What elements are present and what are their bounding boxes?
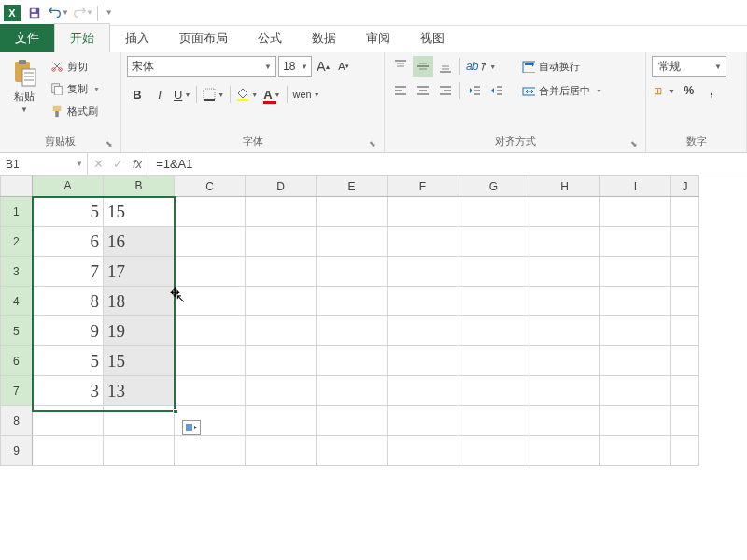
tab-insert[interactable]: 插入 [110,24,164,52]
cell[interactable] [671,346,699,376]
cell[interactable] [388,406,458,436]
italic-button[interactable]: I [149,84,170,105]
cell[interactable] [671,227,699,257]
col-header-F[interactable]: F [388,176,458,197]
border-button[interactable]: ▼ [201,84,226,105]
cell[interactable] [246,346,317,376]
cell[interactable] [671,436,699,466]
fill-color-button[interactable]: ▼ [234,84,260,105]
cell-B2[interactable]: 16 [104,227,175,257]
percent-button[interactable]: % [679,80,699,101]
autofill-options-button[interactable] [182,420,201,435]
row-header-5[interactable]: 5 [1,316,33,346]
align-launcher[interactable]: ⬊ [630,139,638,148]
tab-data[interactable]: 数据 [297,24,351,52]
cell-B6[interactable]: 15 [104,346,175,376]
cell[interactable] [317,257,388,287]
fill-handle[interactable] [173,409,178,414]
cell[interactable] [600,316,671,346]
cell[interactable] [246,287,317,316]
cell[interactable] [458,316,529,346]
cell[interactable] [671,197,699,227]
cell[interactable] [600,406,671,436]
cell[interactable] [175,197,246,227]
decrease-font-button[interactable]: A▾ [334,56,353,77]
cell[interactable] [317,376,388,406]
font-name-select[interactable]: 宋体▼ [127,56,276,77]
cell[interactable] [529,316,600,346]
row-header-7[interactable]: 7 [1,376,33,406]
clipboard-launcher[interactable]: ⬊ [106,139,113,148]
align-center-button[interactable] [413,80,433,101]
number-format-select[interactable]: 常规▼ [652,56,726,77]
qat-customize[interactable]: ▼ [102,8,117,17]
cell-B7[interactable]: 13 [104,376,175,406]
cell[interactable] [246,197,317,227]
cell[interactable] [33,436,104,466]
cell[interactable] [175,287,246,316]
tab-formulas[interactable]: 公式 [243,24,297,52]
cell[interactable] [388,376,458,406]
cancel-formula-button[interactable]: ✕ [93,157,104,171]
cell-A3[interactable]: 7 [33,257,104,287]
cell[interactable] [246,227,317,257]
comma-button[interactable]: , [701,80,722,101]
cell[interactable] [388,287,458,316]
cell[interactable] [317,316,388,346]
col-header-I[interactable]: I [600,176,671,197]
row-header-3[interactable]: 3 [1,257,33,287]
cell[interactable] [246,376,317,406]
name-box[interactable]: B1▼ [0,153,88,175]
cell[interactable] [458,227,529,257]
cell[interactable] [104,436,175,466]
cell-B5[interactable]: 19 [104,316,175,346]
formula-input[interactable]: =1&A1 [148,153,747,175]
col-header-B[interactable]: B [104,176,175,197]
cell[interactable] [529,346,600,376]
cell[interactable] [529,257,600,287]
tab-home[interactable]: 开始 [54,23,110,52]
row-header-2[interactable]: 2 [1,227,33,257]
cell-B4[interactable]: 18 [104,287,175,316]
save-button[interactable] [24,3,45,23]
align-middle-button[interactable] [413,56,433,77]
cell[interactable] [458,197,529,227]
increase-indent-button[interactable] [486,80,507,101]
cell[interactable] [458,406,529,436]
cell[interactable] [388,316,458,346]
enter-formula-button[interactable]: ✓ [113,157,123,171]
row-header-4[interactable]: 4 [1,287,33,316]
col-header-E[interactable]: E [317,176,388,197]
col-header-C[interactable]: C [175,176,246,197]
cell[interactable] [246,436,317,466]
align-bottom-button[interactable] [435,56,456,77]
format-painter-button[interactable]: 格式刷 [47,101,104,121]
cell[interactable] [246,316,317,346]
cell[interactable] [175,316,246,346]
cell[interactable] [175,227,246,257]
phonetic-button[interactable]: wén▼ [291,84,322,105]
fx-button[interactable]: fx [133,157,142,171]
cell-A2[interactable]: 6 [33,227,104,257]
cell[interactable] [529,197,600,227]
cell[interactable] [388,197,458,227]
cell[interactable] [600,436,671,466]
cell[interactable] [529,436,600,466]
cell[interactable] [671,257,699,287]
cell[interactable] [458,287,529,316]
cell[interactable] [317,346,388,376]
tab-review[interactable]: 审阅 [351,24,405,52]
copy-button[interactable]: 复制▼ [47,78,104,99]
font-launcher[interactable]: ⬊ [369,139,376,148]
cell[interactable] [388,436,458,466]
cell[interactable] [671,376,699,406]
orientation-button[interactable]: ab↗▼ [464,56,498,77]
cell[interactable] [388,227,458,257]
cell[interactable] [600,346,671,376]
cell[interactable] [317,287,388,316]
row-header-8[interactable]: 8 [1,406,33,436]
paste-dropdown[interactable]: ▼ [21,105,28,114]
cell[interactable] [175,257,246,287]
cell-A5[interactable]: 9 [33,316,104,346]
cell[interactable] [317,227,388,257]
